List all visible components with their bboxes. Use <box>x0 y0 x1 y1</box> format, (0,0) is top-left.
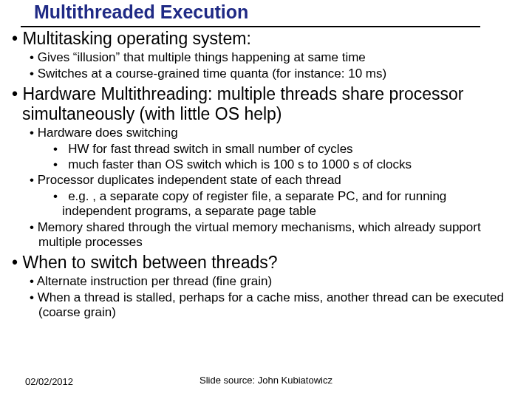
bullet-l2: Switches at a course-grained time quanta… <box>30 66 517 81</box>
bullet-l2: Gives “illusion” that multiple things ha… <box>30 50 517 65</box>
bullet-l1: Hardware Multithreading: multiple thread… <box>9 84 517 124</box>
bullet-sublist: Alternate instruction per thread (fine g… <box>9 274 517 320</box>
slide-body: Multitasking operating system: Gives “il… <box>0 29 532 321</box>
bullet-list: Multitasking operating system: Gives “il… <box>9 29 517 321</box>
bullet-l2: Alternate instruction per thread (fine g… <box>30 274 517 289</box>
bullet-l3: much faster than OS switch which is 100 … <box>53 157 517 172</box>
bullet-l2: Processor duplicates independent state o… <box>30 173 517 188</box>
slide-title: Multithreaded Execution <box>0 0 532 26</box>
bullet-l3: e.g. , a separate copy of register file,… <box>53 189 517 219</box>
bullet-subsublist: e.g. , a separate copy of register file,… <box>30 189 517 219</box>
bullet-l3: HW for fast thread switch in small numbe… <box>53 142 517 157</box>
title-underline <box>21 26 480 27</box>
bullet-sublist: Hardware does switching HW for fast thre… <box>9 126 517 250</box>
bullet-l2: Hardware does switching <box>30 126 517 140</box>
slide: Multithreaded Execution Multitasking ope… <box>0 0 532 399</box>
bullet-l2: When a thread is stalled, perhaps for a … <box>30 290 517 321</box>
bullet-l1: When to switch between threads? <box>9 253 517 273</box>
bullet-subsublist: HW for fast thread switch in small numbe… <box>30 142 517 173</box>
footer-source: Slide source: John Kubiatowicz <box>0 375 532 386</box>
bullet-sublist: Gives “illusion” that multiple things ha… <box>9 50 517 81</box>
bullet-l1: Multitasking operating system: <box>9 29 517 49</box>
bullet-l2: Memory shared through the virtual memory… <box>30 220 517 250</box>
